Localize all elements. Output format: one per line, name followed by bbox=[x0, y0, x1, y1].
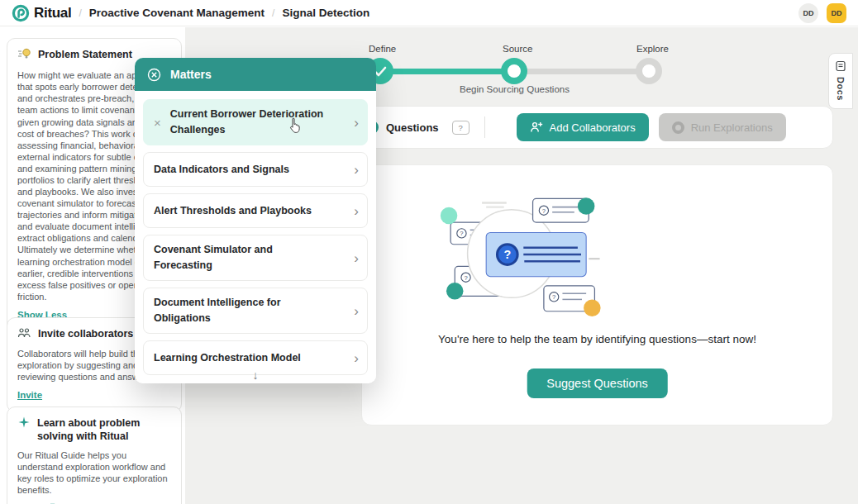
document-icon bbox=[835, 60, 846, 72]
breadcrumb-page[interactable]: Signal Detection bbox=[282, 7, 369, 19]
questions-toolbar: Questions ? Add Collaborators Run Explor… bbox=[361, 106, 833, 149]
matter-item-document-intelligence[interactable]: Document Intelligence for Obligations › bbox=[143, 288, 368, 334]
app-logo[interactable]: Ritual bbox=[12, 4, 71, 22]
svg-text:?: ? bbox=[460, 230, 463, 237]
lightbulb-icon bbox=[17, 47, 31, 64]
matters-modal: Matters × Current Borrower Deterioration… bbox=[135, 58, 376, 383]
avatar[interactable]: DD bbox=[798, 3, 818, 23]
svg-text:?: ? bbox=[552, 293, 555, 301]
header-actions: DD DD bbox=[798, 3, 846, 23]
learn-text: Our Ritual Guide helps you understand ex… bbox=[17, 449, 171, 496]
invite-link[interactable]: Invite bbox=[17, 390, 42, 400]
chevron-right-icon: › bbox=[350, 351, 359, 365]
chevron-right-icon: › bbox=[350, 116, 359, 130]
brand-name: Ritual bbox=[34, 5, 71, 21]
questions-illustration: ? ? ? ? ? bbox=[417, 186, 612, 323]
step-hint: Begin Sourcing Questions bbox=[460, 84, 570, 94]
close-circle-icon[interactable] bbox=[147, 68, 161, 82]
help-icon[interactable]: ? bbox=[452, 121, 470, 135]
person-plus-icon bbox=[530, 121, 543, 134]
matter-item-alert-thresholds[interactable]: Alert Thresholds and Playbooks › bbox=[143, 193, 368, 228]
ritual-logo-icon bbox=[12, 4, 30, 22]
svg-text:?: ? bbox=[503, 248, 511, 261]
empty-state-message: You're here to help the team by identify… bbox=[362, 333, 832, 345]
learn-card: Learn about problem solving with Ritual … bbox=[7, 407, 182, 504]
breadcrumb-separator: / bbox=[79, 7, 81, 19]
matter-item-covenant-simulator[interactable]: Covenant Simulator and Forecasting › bbox=[143, 235, 368, 281]
sparkle-icon bbox=[17, 416, 31, 432]
docs-side-tab[interactable]: Docs bbox=[828, 53, 853, 109]
run-explorations-button[interactable]: Run Explorations bbox=[659, 113, 786, 141]
step-label-source: Source bbox=[503, 44, 532, 54]
docs-tab-label: Docs bbox=[836, 77, 846, 101]
chevron-right-icon: › bbox=[350, 163, 359, 177]
matters-modal-header: Matters bbox=[135, 58, 376, 91]
toolbar-divider bbox=[484, 116, 485, 138]
problem-statement-title: Problem Statement bbox=[38, 48, 132, 61]
matter-item-current-borrower[interactable]: × Current Borrower Deterioration Challen… bbox=[143, 99, 368, 145]
top-bar: Ritual / Proactive Covenant Management /… bbox=[0, 0, 858, 26]
svg-text:?: ? bbox=[542, 207, 546, 215]
chevron-right-icon: › bbox=[350, 204, 359, 218]
step-connector-upcoming bbox=[514, 69, 651, 74]
people-group-icon bbox=[17, 326, 31, 342]
breadcrumb-project[interactable]: Proactive Covenant Management bbox=[89, 7, 265, 19]
breadcrumb-separator: / bbox=[272, 7, 274, 19]
scroll-down-icon: ↓ bbox=[253, 368, 259, 382]
run-icon bbox=[672, 121, 684, 134]
invite-collaborators-title: Invite collaborators bbox=[38, 327, 133, 340]
avatar-active[interactable]: DD bbox=[827, 3, 846, 23]
suggest-questions-button[interactable]: Suggest Questions bbox=[527, 368, 668, 398]
step-label-define: Define bbox=[369, 44, 396, 54]
step-source-current[interactable] bbox=[501, 58, 527, 84]
matter-item-data-indicators[interactable]: Data Indicators and Signals › bbox=[143, 152, 368, 187]
chevron-right-icon: › bbox=[350, 304, 359, 318]
step-explore-upcoming[interactable] bbox=[636, 58, 662, 84]
questions-empty-state-panel: ? ? ? ? ? bbox=[361, 164, 833, 426]
matters-list: × Current Borrower Deterioration Challen… bbox=[135, 91, 376, 383]
matters-title: Matters bbox=[170, 68, 212, 81]
svg-text:?: ? bbox=[464, 274, 467, 282]
tab-questions[interactable]: Questions bbox=[386, 121, 439, 134]
step-label-explore: Explore bbox=[636, 44, 669, 54]
add-collaborators-button[interactable]: Add Collaborators bbox=[517, 113, 649, 141]
remove-icon[interactable]: × bbox=[154, 116, 161, 129]
learn-title: Learn about problem solving with Ritual bbox=[37, 416, 171, 444]
chevron-right-icon: › bbox=[350, 251, 359, 265]
step-connector-complete bbox=[379, 69, 516, 74]
